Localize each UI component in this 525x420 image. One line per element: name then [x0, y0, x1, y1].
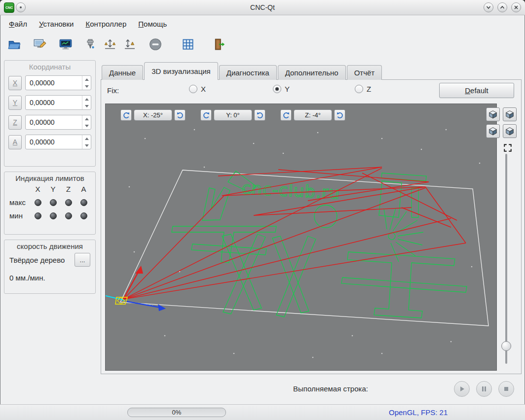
rotate-z-ccw-button[interactable]	[280, 109, 292, 121]
coord-y-spinbox[interactable]: 0,00000	[25, 95, 91, 110]
limits-row-max-label: макс	[7, 198, 26, 207]
maximize-button[interactable]	[497, 2, 507, 12]
stop-square-icon	[503, 385, 510, 392]
tab-diagnostics[interactable]: Диагностика	[219, 65, 277, 80]
limit-led-min-a	[80, 212, 87, 219]
tab-data[interactable]: Данные	[102, 65, 143, 80]
menu-settings[interactable]: Установки	[33, 17, 80, 31]
menu-controller[interactable]: Контроллер	[80, 17, 133, 31]
rotate-x-ccw-button[interactable]	[120, 109, 132, 121]
left-panel: Координаты X 0,00000 Y 0,00000 Z 0,00000	[4, 60, 96, 299]
limit-led-min-y	[50, 212, 57, 219]
coord-x-spin-arrows[interactable]	[82, 76, 91, 90]
chevron-up-icon	[499, 4, 505, 10]
toolpath-scene: cnc-club.ru	[106, 104, 497, 371]
pause-icon	[481, 385, 488, 392]
limit-led-max-y	[50, 199, 57, 206]
fix-radio-y[interactable]	[273, 85, 281, 93]
menu-help[interactable]: Помощь	[132, 17, 173, 31]
rotate-ccw-icon	[122, 111, 130, 119]
coord-row-y: Y 0,00000	[8, 95, 91, 110]
view-cube-iso-icon	[505, 127, 514, 136]
tab-report[interactable]: Отчёт	[347, 65, 382, 80]
play-icon	[458, 385, 465, 392]
close-button[interactable]	[511, 2, 521, 12]
rotate-cw-icon	[256, 111, 264, 119]
view-iso-button[interactable]	[503, 124, 517, 138]
run-button[interactable]	[454, 381, 470, 397]
default-button[interactable]: Default	[439, 83, 514, 98]
close-icon	[513, 4, 519, 10]
rotate-x-angle[interactable]: X: -25°	[134, 109, 172, 121]
titlebar[interactable]: CNC CNC-Qt	[0, 0, 525, 15]
coord-a-spin-arrows[interactable]	[82, 135, 91, 149]
limits-col-z: Z	[66, 185, 71, 193]
rotate-z-cw-button[interactable]	[334, 109, 345, 121]
fix-option-x[interactable]: X	[189, 85, 206, 93]
fix-radio-x[interactable]	[189, 85, 197, 93]
limit-led-max-z	[65, 199, 72, 206]
view-left-button[interactable]	[486, 124, 500, 138]
view-top-button[interactable]	[486, 107, 500, 121]
fix-radio-z[interactable]	[355, 85, 363, 93]
rotate-y-ccw-button[interactable]	[200, 109, 212, 121]
gl-viewport[interactable]: X: -25° Y: 0° Z: -4°	[105, 104, 497, 371]
zoom-slider-handle[interactable]	[501, 341, 511, 351]
coord-y-value: 0,00000	[30, 99, 55, 106]
axis-z-button[interactable]: Z	[8, 115, 22, 130]
coord-row-x: X 0,00000	[8, 75, 91, 90]
open-file-button[interactable]	[5, 35, 24, 54]
coord-z-value: 0,00000	[30, 118, 55, 126]
stop-button[interactable]	[498, 381, 514, 397]
coord-z-spin-arrows[interactable]	[82, 115, 91, 129]
spindle-icon	[84, 38, 97, 51]
axis-a-button[interactable]: A	[8, 135, 22, 149]
coord-row-a: A 0,00000	[8, 135, 91, 149]
axis-y-button[interactable]: Y	[8, 96, 22, 110]
toolbar	[0, 33, 525, 56]
minimize-button[interactable]	[484, 2, 493, 12]
rotate-ccw-icon	[282, 111, 290, 119]
tab-additional[interactable]: Дополнительно	[278, 65, 346, 80]
open-folder-icon	[7, 37, 21, 51]
menu-file[interactable]: Файл	[3, 17, 33, 31]
fit-view-icon	[503, 143, 512, 152]
controller-settings-button[interactable]	[56, 35, 75, 54]
pause-button[interactable]	[476, 381, 492, 397]
limits-row-min-label: мин	[7, 211, 23, 220]
material-more-button[interactable]: ...	[75, 253, 90, 267]
rotate-y-cw-button[interactable]	[254, 109, 265, 121]
limits-title: Индикация лимитов	[4, 174, 95, 182]
material-label: Твёрдое дерево	[9, 256, 65, 264]
spindle-button[interactable]	[82, 35, 99, 54]
grid-button[interactable]	[179, 35, 197, 54]
rotate-y-angle[interactable]: Y: 0°	[214, 109, 252, 121]
tool-offset-button[interactable]	[121, 35, 138, 54]
monitor-icon	[59, 37, 73, 51]
fix-option-y[interactable]: Y	[273, 85, 290, 93]
limits-col-y: Y	[50, 185, 55, 193]
limits-group: Индикация лимитов X Y Z A макс мин	[4, 172, 96, 235]
scale-x-icon	[104, 38, 116, 51]
program-settings-button[interactable]	[31, 35, 49, 54]
zoom-slider-track[interactable]	[505, 154, 507, 364]
rotate-y-group: Y: 0°	[200, 109, 265, 121]
coord-a-spinbox[interactable]: 0,00000	[25, 135, 91, 149]
rotate-z-group: Z: -4°	[280, 109, 345, 121]
view-front-button[interactable]	[503, 107, 517, 121]
tab-3d-visualization[interactable]: 3D визуализация	[144, 62, 218, 80]
axis-x-button[interactable]: X	[8, 76, 22, 90]
exit-button[interactable]	[210, 35, 229, 54]
rotate-z-angle[interactable]: Z: -4°	[294, 109, 332, 121]
fix-option-z[interactable]: Z	[355, 85, 371, 93]
view-cube-left-icon	[488, 127, 497, 136]
coord-x-spinbox[interactable]: 0,00000	[25, 75, 91, 90]
coord-y-spin-arrows[interactable]	[82, 96, 91, 109]
fit-view-button[interactable]	[502, 142, 514, 154]
coord-z-spinbox[interactable]: 0,00000	[25, 115, 91, 130]
measure-tool-button[interactable]	[102, 35, 118, 54]
rotate-x-cw-button[interactable]	[174, 109, 186, 121]
menubar: Файл Установки Контроллер Помощь	[0, 15, 525, 33]
emergency-stop-button[interactable]	[147, 35, 164, 54]
stop-icon	[149, 37, 162, 51]
